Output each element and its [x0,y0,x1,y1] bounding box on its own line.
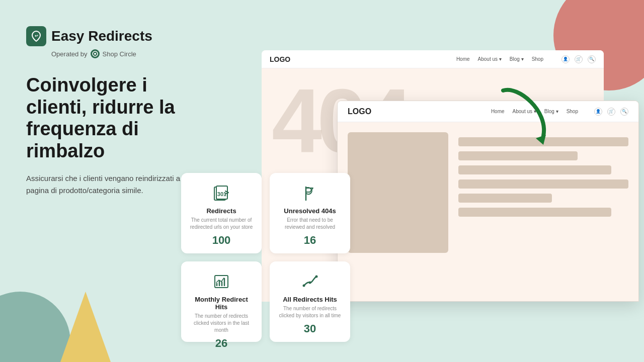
svg-point-2 [94,53,96,55]
brand-logo-row: ↩ Easy Redirects [26,26,210,46]
redirects-icon: 301 [210,183,232,203]
stat-card-monthly: Monthly Redirect Hits The number of redi… [181,261,262,342]
stat-title-monthly: Monthly Redirect Hits [189,296,254,311]
stat-value-monthly: 26 [215,337,227,350]
browser-fg-icons: 👤 🛒 🔍 [594,108,628,116]
stat-value-all-hits: 30 [304,322,316,335]
product-image-placeholder [348,132,448,253]
search-icon: 🔍 [588,55,596,63]
stat-value-redirects: 100 [212,234,231,247]
svg-text:↩: ↩ [35,34,38,38]
brand-header: ↩ Easy Redirects Operated by Shop Circle [26,26,210,58]
stat-desc-unresolved: Error that need to be reviewed and resol… [278,217,342,231]
stat-value-unresolved: 16 [304,234,316,247]
shop-circle-icon [91,49,100,58]
stat-title-redirects: Redirects [206,207,236,215]
shop-circle-label: Shop Circle [103,50,136,58]
stat-title-unresolved: Unresolved 404s [284,207,336,215]
operated-label: Operated by [51,50,88,58]
browser-bg-nav-icons: 👤 🛒 🔍 [561,55,596,63]
stat-desc-monthly: The number of redirects clicked visitors… [189,313,254,334]
fg-cart-icon: 🛒 [607,108,615,116]
content-line-3 [458,165,611,174]
operated-by: Operated by Shop Circle [51,49,210,58]
browser-bg-logo: LOGO [270,55,290,63]
fg-search-icon: 🔍 [620,108,628,116]
content-line-5 [458,194,552,203]
redirect-arrow-icon [488,80,569,151]
stats-area: 301 Redirects The current total number o… [181,173,350,342]
cart-icon: 🛒 [575,55,583,63]
svg-point-14 [315,276,318,278]
main-headline: Coinvolgere i clienti, ridurre la freque… [26,74,210,162]
fg-user-icon: 👤 [594,108,602,116]
brand-name: Easy Redirects [51,28,152,44]
trend-icon [299,272,321,292]
stat-card-all-hits: All Redirects Hits The number of redirec… [270,261,350,342]
browser-bg-nav-items: Home About us ▾ Blog ▾ Shop [456,56,543,62]
main-description: Assicurarsi che i clienti vengano reindi… [26,172,197,197]
content-line-4 [458,179,628,189]
stat-card-unresolved: Unresolved 404s Error that need to be re… [270,173,350,253]
chart-icon [210,272,232,292]
stat-card-redirects: 301 Redirects The current total number o… [181,173,262,253]
brand-logo-icon: ↩ [26,26,46,46]
arrow-container [488,80,569,153]
stat-title-all-hits: All Redirects Hits [283,296,337,303]
flag-icon [299,183,321,203]
user-icon: 👤 [561,55,570,63]
stat-desc-all-hits: The number of redirects clicked by visit… [278,305,342,319]
svg-point-12 [303,285,305,287]
svg-point-13 [309,282,311,284]
browser-bg-nav: LOGO Home About us ▾ Blog ▾ Shop 👤 🛒 🔍 [262,50,604,68]
content-line-6 [458,208,611,217]
browser-fg-logo: LOGO [348,107,371,116]
stat-desc-redirects: The current total number of redirected u… [189,217,254,231]
